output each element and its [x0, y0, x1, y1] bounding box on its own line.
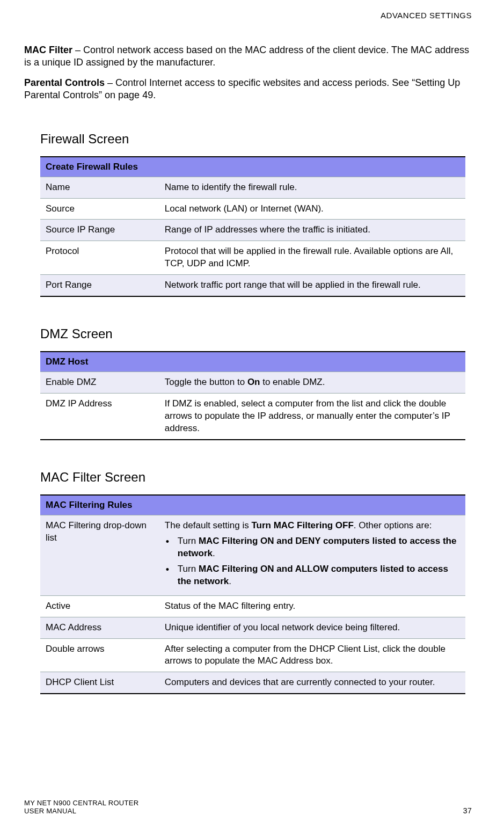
- mac-filter-screen-title: MAC Filter Screen: [40, 470, 472, 485]
- footer-product: MY NET N900 CENTRAL ROUTER: [24, 799, 138, 807]
- table-row: Source IP Range Range of IP addresses wh…: [40, 220, 465, 241]
- cell-desc: Unique identifier of you local network d…: [159, 617, 465, 638]
- firewall-rules-table: Create Firewall Rules Name Name to ident…: [40, 156, 465, 297]
- cell-label: Port Range: [40, 275, 159, 296]
- page-footer: MY NET N900 CENTRAL ROUTER USER MANUAL 3…: [24, 799, 472, 815]
- intro-mac-filter: MAC Filter – Control network access base…: [24, 44, 472, 69]
- dmz-table: DMZ Host Enable DMZ Toggle the button to…: [40, 351, 465, 440]
- page-header-section: ADVANCED SETTINGS: [24, 11, 472, 20]
- firewall-screen-title: Firewall Screen: [40, 132, 472, 147]
- cell-label: Source IP Range: [40, 220, 159, 241]
- cell-label: Protocol: [40, 241, 159, 275]
- table-row: Enable DMZ Toggle the button to On to en…: [40, 372, 465, 394]
- table-row: Active Status of the MAC filtering entry…: [40, 595, 465, 617]
- table-row: Source Local network (LAN) or Internet (…: [40, 198, 465, 220]
- firewall-table-header: Create Firewall Rules: [40, 157, 465, 177]
- cell-desc: Local network (LAN) or Internet (WAN).: [159, 198, 465, 220]
- cell-label: Source: [40, 198, 159, 220]
- table-row: Double arrows After selecting a computer…: [40, 638, 465, 672]
- text: . Other options are:: [354, 520, 432, 530]
- text: Turn: [178, 536, 199, 546]
- list-item: Turn MAC Filtering ON and DENY computers…: [165, 535, 460, 560]
- footer-doc-type: USER MANUAL: [24, 807, 138, 815]
- cell-desc: Name to identify the firewall rule.: [159, 177, 465, 198]
- cell-desc: Protocol that will be applied in the fir…: [159, 241, 465, 275]
- cell-desc: The default setting is Turn MAC Filterin…: [159, 515, 465, 595]
- cell-label: MAC Address: [40, 617, 159, 638]
- intro-mac-filter-desc: – Control network access based on the MA…: [24, 45, 469, 68]
- cell-label: MAC Filtering drop-down list: [40, 515, 159, 595]
- cell-label: Enable DMZ: [40, 372, 159, 394]
- table-row: Port Range Network traffic port range th…: [40, 275, 465, 296]
- table-row: DMZ IP Address If DMZ is enabled, select…: [40, 394, 465, 440]
- text: The default setting is: [165, 520, 252, 530]
- table-row: Name Name to identify the firewall rule.: [40, 177, 465, 198]
- text: Turn: [178, 564, 199, 574]
- mac-table-header: MAC Filtering Rules: [40, 495, 465, 515]
- cell-desc: If DMZ is enabled, select a computer fro…: [159, 394, 465, 440]
- text: .: [213, 548, 215, 558]
- bold-text: On: [247, 377, 260, 387]
- table-row: Protocol Protocol that will be applied i…: [40, 241, 465, 275]
- cell-desc: Status of the MAC filtering entry.: [159, 595, 465, 617]
- bold-text: MAC Filtering ON and DENY computers list…: [178, 536, 457, 558]
- cell-desc: Toggle the button to On to enable DMZ.: [159, 372, 465, 394]
- intro-parental-term: Parental Controls: [24, 77, 105, 88]
- cell-label: DMZ IP Address: [40, 394, 159, 440]
- options-list: Turn MAC Filtering ON and DENY computers…: [165, 535, 460, 588]
- cell-label: DHCP Client List: [40, 672, 159, 694]
- page-number: 37: [463, 806, 472, 815]
- text: Toggle the button to: [165, 377, 247, 387]
- intro-mac-filter-term: MAC Filter: [24, 45, 72, 55]
- dmz-screen-title: DMZ Screen: [40, 326, 472, 341]
- dmz-table-header: DMZ Host: [40, 352, 465, 372]
- text: to enable DMZ.: [260, 377, 325, 387]
- cell-desc: Range of IP addresses where the traffic …: [159, 220, 465, 241]
- mac-filter-table: MAC Filtering Rules MAC Filtering drop-d…: [40, 494, 465, 694]
- cell-label: Double arrows: [40, 638, 159, 672]
- cell-label: Active: [40, 595, 159, 617]
- intro-parental: Parental Controls – Control Internet acc…: [24, 77, 472, 102]
- cell-label: Name: [40, 177, 159, 198]
- cell-desc: Network traffic port range that will be …: [159, 275, 465, 296]
- footer-left: MY NET N900 CENTRAL ROUTER USER MANUAL: [24, 799, 138, 815]
- cell-desc: Computers and devices that are currently…: [159, 672, 465, 694]
- table-row: MAC Address Unique identifier of you loc…: [40, 617, 465, 638]
- text: .: [229, 576, 231, 586]
- table-row: DHCP Client List Computers and devices t…: [40, 672, 465, 694]
- bold-text: MAC Filtering ON and ALLOW computers lis…: [178, 564, 448, 586]
- bold-text: Turn MAC Filtering OFF: [251, 520, 353, 530]
- cell-desc: After selecting a computer from the DHCP…: [159, 638, 465, 672]
- table-row: MAC Filtering drop-down list The default…: [40, 515, 465, 595]
- list-item: Turn MAC Filtering ON and ALLOW computer…: [165, 563, 460, 588]
